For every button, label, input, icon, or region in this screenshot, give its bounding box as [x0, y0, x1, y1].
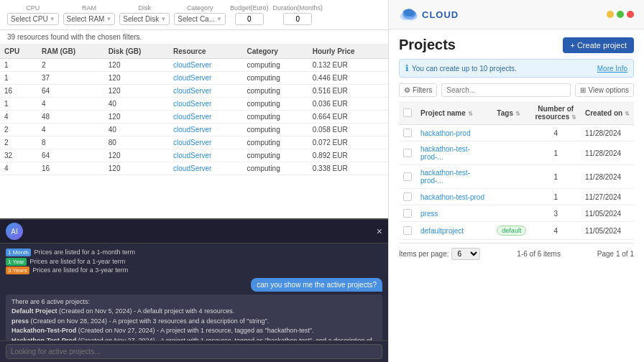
- row-checkbox[interactable]: [403, 226, 412, 235]
- table-row[interactable]: 4 16 120 cloudServer computing 0.338 EUR: [0, 162, 388, 175]
- table-row[interactable]: 2 4 40 cloudServer computing 0.058 EUR: [0, 124, 388, 136]
- info-banner-left: ℹ You can create up to 10 projects.: [405, 63, 517, 73]
- info-text: You can create up to 10 projects.: [412, 65, 517, 73]
- list-item[interactable]: hackathon-prod 4 11/28/2024: [399, 125, 634, 141]
- col-checkbox: [399, 101, 416, 125]
- window-controls: [607, 11, 634, 18]
- ram-label: RAM: [82, 4, 96, 11]
- table-row[interactable]: 2 8 80 cloudServer computing 0.072 EUR: [0, 136, 388, 149]
- col-ram: RAM (GB): [37, 45, 104, 59]
- filter-bar: CPU Select CPU ▼ RAM Select RAM ▼ Disk S…: [0, 0, 388, 30]
- project-name-link[interactable]: hackathon-test-prod-...: [420, 145, 470, 161]
- table-row[interactable]: 1 2 120 cloudServer computing 0.132 EUR: [0, 59, 388, 72]
- right-content: Projects + Create project ℹ You can crea…: [389, 29, 644, 362]
- duration-label: Duration(Months): [272, 4, 323, 11]
- disk-label: Disk: [139, 4, 152, 11]
- row-checkbox[interactable]: [403, 129, 412, 137]
- pricing-notes: 1 Month Prices are listed for a 1-month …: [6, 248, 382, 275]
- close-button[interactable]: [627, 11, 634, 18]
- brand-logo: CLOUD: [399, 4, 459, 24]
- filters-button[interactable]: ⚙ Filters: [399, 83, 437, 97]
- page-info: Page 1 of 1: [597, 250, 634, 258]
- results-count: 39 resources found with the chosen filte…: [0, 30, 388, 45]
- table-row[interactable]: 1 37 120 cloudServer computing 0.446 EUR: [0, 72, 388, 85]
- chat-body: 1 Month Prices are listed for a 1-month …: [0, 243, 388, 340]
- search-input[interactable]: [441, 83, 571, 97]
- chat-close-button[interactable]: ×: [377, 226, 382, 237]
- project-name-link[interactable]: hackathon-test-prod-...: [420, 169, 470, 185]
- ram-select[interactable]: Select RAM ▼: [63, 13, 116, 25]
- table-row[interactable]: 4 48 120 cloudServer computing 0.664 EUR: [0, 111, 388, 124]
- col-tags[interactable]: Tags ⇅: [492, 101, 530, 125]
- resources-table: CPU RAM (GB) Disk (GB) Resource Category…: [0, 45, 388, 175]
- maximize-button[interactable]: [617, 11, 624, 18]
- table-row[interactable]: 16 64 120 cloudServer computing 0.516 EU…: [0, 85, 388, 98]
- svg-point-6: [404, 9, 414, 17]
- filter-icon: ⚙: [404, 86, 410, 94]
- view-options-button[interactable]: ⊞ View options: [575, 83, 634, 97]
- col-resources[interactable]: Number ofresources ⇅: [530, 101, 581, 125]
- brand-name: CLOUD: [422, 9, 459, 20]
- project-name-link[interactable]: defaultproject: [420, 227, 464, 235]
- cloud-icon: [399, 4, 419, 24]
- create-project-button[interactable]: + Create project: [563, 37, 634, 53]
- projects-table: Project name ⇅ Tags ⇅ Number ofresources…: [399, 101, 634, 240]
- list-item[interactable]: press 3 11/05/2024: [399, 205, 634, 222]
- pagination-left: Items per page: 6 10 20: [399, 248, 480, 260]
- projects-filter-row: ⚙ Filters ⊞ View options: [399, 83, 634, 97]
- bot-response: There are 6 active projects: Default Pro…: [6, 294, 382, 340]
- pagination-row: Items per page: 6 10 20 1-6 of 6 items P…: [399, 243, 634, 264]
- row-checkbox[interactable]: [403, 209, 412, 218]
- items-count: 1-6 of 6 items: [517, 250, 561, 258]
- table-row[interactable]: 1 4 40 cloudServer computing 0.036 EUR: [0, 98, 388, 111]
- items-per-page-label: Items per page:: [399, 250, 448, 258]
- list-item[interactable]: hackathon-test-prod-... 1 11/28/2024: [399, 141, 634, 165]
- user-message: can you show me the active projects?: [251, 278, 382, 292]
- row-checkbox[interactable]: [403, 192, 412, 201]
- project-name-link[interactable]: press: [420, 210, 438, 218]
- budget-input[interactable]: [235, 13, 264, 25]
- chat-input-row: [0, 340, 388, 362]
- col-price: Hourly Price: [308, 45, 388, 59]
- chat-input[interactable]: [6, 344, 382, 359]
- tag-1month: 1 Month: [6, 249, 31, 256]
- tag-3years: 3 Years: [6, 266, 29, 274]
- list-item[interactable]: defaultproject default 4 11/05/2024: [399, 222, 634, 240]
- col-project-name[interactable]: Project name ⇅: [416, 101, 492, 125]
- tag-badge: default: [497, 226, 526, 236]
- col-resource: Resource: [169, 45, 243, 59]
- right-panel: CLOUD Projects + Create project ℹ You ca…: [388, 0, 644, 362]
- project-name-link[interactable]: hackathon-prod: [420, 129, 471, 137]
- table-row[interactable]: 32 64 120 cloudServer computing 0.892 EU…: [0, 149, 388, 162]
- view-icon: ⊞: [580, 86, 586, 94]
- select-all-checkbox[interactable]: [403, 108, 412, 117]
- chat-avatar: AI: [6, 223, 23, 240]
- more-info-link[interactable]: More Info: [597, 65, 627, 73]
- info-icon: ℹ: [405, 63, 409, 73]
- col-created[interactable]: Created on ⇅: [581, 101, 634, 125]
- col-cpu: CPU: [0, 45, 37, 59]
- info-banner: ℹ You can create up to 10 projects. More…: [399, 59, 634, 78]
- right-topbar: CLOUD: [389, 0, 644, 29]
- project-name-link[interactable]: hackathon-test-prod: [420, 193, 484, 201]
- category-label: Category: [187, 4, 213, 11]
- left-panel: CPU Select CPU ▼ RAM Select RAM ▼ Disk S…: [0, 0, 388, 362]
- chat-overlay: AI × 1 Month Prices are listed for a 1-m…: [0, 218, 388, 362]
- minimize-button[interactable]: [607, 11, 614, 18]
- budget-label: Budget(Euro): [230, 4, 269, 11]
- chat-header: AI ×: [0, 220, 388, 243]
- row-checkbox[interactable]: [403, 149, 412, 157]
- col-disk: Disk (GB): [104, 45, 169, 59]
- list-item[interactable]: hackathon-test-prod 1 11/27/2024: [399, 189, 634, 205]
- row-checkbox[interactable]: [403, 172, 412, 181]
- disk-select[interactable]: Select Disk ▼: [119, 13, 170, 25]
- items-per-page-select[interactable]: 6 10 20: [451, 248, 480, 260]
- duration-input[interactable]: [283, 13, 312, 25]
- tag-1year: 1 Year: [6, 258, 27, 266]
- projects-header: Projects + Create project: [399, 37, 634, 53]
- category-select[interactable]: Select Ca... ▼: [174, 13, 226, 25]
- cpu-select[interactable]: Select CPU ▼: [7, 13, 59, 25]
- page-title: Projects: [399, 37, 456, 53]
- list-item[interactable]: hackathon-test-prod-... 1 11/28/2024: [399, 165, 634, 189]
- col-category: Category: [243, 45, 308, 59]
